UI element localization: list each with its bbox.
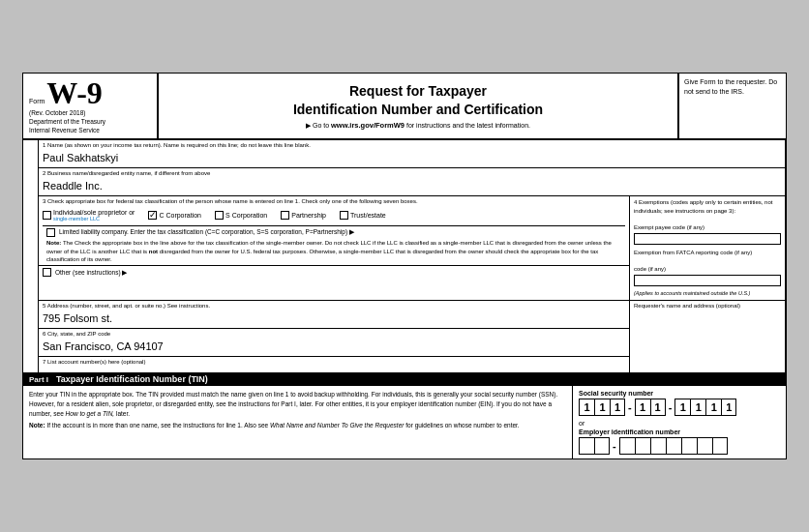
individual-checkbox-item: Individual/sole proprietor orsingle-memb… [43, 209, 135, 222]
llc-section: Limited liability company. Enter the tax… [43, 225, 625, 265]
payee-label: Exempt payee code (if any) [634, 223, 781, 231]
form-id-section: Form W-9 (Rev. October 2018) Department … [23, 74, 159, 138]
irs-url: ▶ Go to www.irs.gov/FormW9 for instructi… [306, 121, 530, 130]
ein-boxes: - [579, 437, 780, 455]
individual-label: Individual/sole proprietor orsingle-memb… [53, 209, 135, 222]
ein-sep: - [612, 440, 617, 452]
part1-paragraph1: Enter your TIN in the appropriate box. T… [29, 390, 566, 418]
ccorp-checkbox[interactable] [148, 211, 157, 220]
give-form-note: Give Form to the requester. Do not send … [679, 74, 786, 138]
line3-label: 3 Check appropriate box for federal tax … [43, 198, 625, 206]
ssn-d2[interactable]: 1 [594, 399, 610, 416]
sidebar: Print or type See Specific Instructions … [23, 140, 39, 372]
address-section: 5 Address (number, street, and apt. or s… [39, 301, 785, 372]
line1: 1 Name (as shown on your income tax retu… [39, 140, 785, 168]
line2-label: 2 Business name/disregarded entity name,… [43, 170, 781, 178]
form-label: Form [29, 98, 45, 104]
partnership-label: Partnership [291, 212, 326, 219]
other-label: Other (see instructions) ▶ [55, 269, 127, 277]
address-main: 5 Address (number, street, and apt. or s… [39, 301, 630, 372]
ssn-sep2: - [668, 401, 674, 413]
ssn-group2: 1 1 [635, 399, 666, 416]
form-body: Print or type See Specific Instructions … [23, 140, 786, 372]
ssn-d1[interactable]: 1 [579, 399, 594, 416]
ssn-d9[interactable]: 1 [721, 399, 736, 416]
scorp-checkbox[interactable] [215, 211, 224, 220]
ssn-d8[interactable]: 1 [705, 399, 721, 416]
ssn-d5[interactable]: 1 [650, 399, 666, 416]
line6: 6 City, state, and ZIP code San Francisc… [39, 329, 629, 357]
ssn-d3[interactable]: 1 [610, 399, 625, 416]
individual-checkbox[interactable] [43, 211, 51, 220]
ssn-d7[interactable]: 1 [690, 399, 705, 416]
ein-d4[interactable] [635, 437, 650, 455]
line6-value: San Francisco, CA 94107 [43, 339, 625, 354]
line5-label: 5 Address (number, street, and apt. or s… [43, 303, 625, 310]
llc-checkbox[interactable] [46, 228, 55, 237]
scorp-checkbox-item: S Corporation [215, 211, 267, 220]
form-main-content: 1 Name (as shown on your income tax retu… [39, 140, 786, 372]
part1-body: Enter your TIN in the appropriate box. T… [23, 386, 786, 458]
part1-title: Taxpayer Identification Number (TIN) [56, 374, 208, 384]
trust-label: Trust/estate [350, 212, 386, 219]
line2: 2 Business name/disregarded entity name,… [39, 168, 785, 196]
part1-note: Note: If the account is in more than one… [29, 421, 566, 430]
ein-d3[interactable] [619, 437, 635, 455]
partnership-checkbox[interactable] [281, 211, 289, 220]
ssn-d4[interactable]: 1 [635, 399, 650, 416]
other-checkbox[interactable] [43, 268, 51, 277]
line1-value: Paul Sakhatskyi [43, 150, 781, 165]
part1-roman: Part I [29, 375, 48, 384]
line1-label: 1 Name (as shown on your income tax retu… [43, 142, 781, 150]
ein-d7[interactable] [681, 437, 697, 455]
requester-panel: Requester's name and address (optional) [630, 301, 785, 372]
ssn-boxes: 1 1 1 - 1 1 - 1 1 1 1 [579, 399, 780, 416]
irs: Internal Revenue Service [29, 126, 151, 134]
trust-checkbox[interactable] [340, 211, 348, 220]
line5: 5 Address (number, street, and apt. or s… [39, 301, 629, 329]
ccorp-checkbox-item: C Corporation [148, 211, 201, 220]
ein-d1[interactable] [579, 437, 594, 455]
fatca-code-box[interactable] [634, 275, 781, 286]
partnership-checkbox-item: Partnership [281, 211, 326, 220]
fatca-label: Exemption from FATCA reporting code (if … [634, 249, 781, 256]
trust-checkbox-item: Trust/estate [340, 211, 386, 220]
ein-d5[interactable] [650, 437, 666, 455]
note-bold: Note: [46, 240, 61, 246]
other-line: Other (see instructions) ▶ [39, 265, 629, 279]
form-title: Request for Taxpayer Identification Numb… [293, 82, 543, 117]
scorp-label: S Corporation [225, 212, 267, 219]
ein-label: Employer identification number [579, 429, 780, 435]
part1-right: Social security number 1 1 1 - 1 1 - 1 1… [573, 386, 786, 458]
exemptions-title: 4 Exemptions (codes apply only to certai… [634, 198, 781, 215]
line7: 7 List account number(s) here (optional) [39, 357, 629, 372]
ein-group1 [579, 437, 610, 455]
or-text: or [579, 420, 780, 427]
ein-d9[interactable] [712, 437, 728, 455]
ssn-d6[interactable]: 1 [674, 399, 690, 416]
ssn-group1: 1 1 1 [579, 399, 625, 416]
ein-d6[interactable] [666, 437, 681, 455]
ein-d2[interactable] [594, 437, 610, 455]
ssn-label: Social security number [579, 390, 780, 397]
w9-form: Form W-9 (Rev. October 2018) Department … [22, 73, 787, 459]
llc-note-text: The Check the appropriate box in the lin… [46, 240, 612, 262]
llc-note: Note: The Check the appropriate box in t… [46, 239, 621, 263]
exemptions-panel: 4 Exemptions (codes apply only to certai… [630, 196, 785, 299]
payee-code-box[interactable] [634, 233, 781, 245]
part1-text: Enter your TIN in the appropriate box. T… [23, 386, 573, 458]
tax-classification-checkboxes: Individual/sole proprietor orsingle-memb… [43, 209, 625, 222]
ssn-sep1: - [627, 401, 633, 413]
form-header: Form W-9 (Rev. October 2018) Department … [23, 74, 786, 140]
llc-header: Limited liability company. Enter the tax… [46, 228, 621, 237]
fatca-note: (Applies to accounts maintained outside … [634, 290, 781, 298]
ccorp-label: C Corporation [159, 212, 201, 219]
ssn-group3: 1 1 1 1 [674, 399, 736, 416]
requester-label: Requester's name and address (optional) [634, 303, 781, 309]
line5-value: 795 Folsom st. [43, 310, 625, 326]
part1-header: Part I Taxpayer Identification Number (T… [23, 372, 786, 386]
ein-d8[interactable] [697, 437, 712, 455]
ein-group2 [619, 437, 728, 455]
form-title-section: Request for Taxpayer Identification Numb… [159, 74, 679, 138]
line2-value: Readdle Inc. [43, 178, 781, 193]
